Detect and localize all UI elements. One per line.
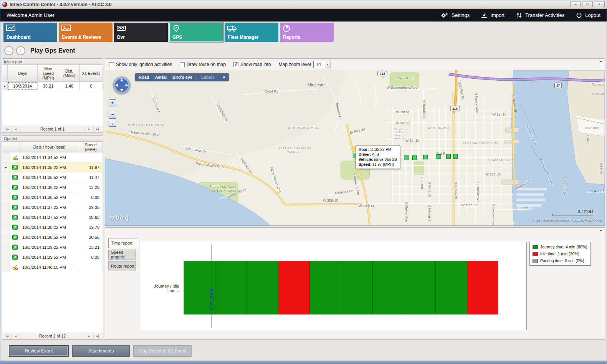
first-record-button[interactable]: |◂ <box>3 126 12 132</box>
minimize-button[interactable]: – <box>570 2 581 7</box>
column-header-icon[interactable] <box>2 142 20 152</box>
gps-row[interactable]: ▸10/3/2014 11:35:22 PM11.97 <box>2 162 103 172</box>
map-street-label: SAN PEDRO <box>428 126 450 129</box>
gps-marker-green[interactable] <box>423 155 428 159</box>
gps-row[interactable]: 10/3/2014 11:34:52 PM <box>2 152 103 162</box>
maximize-button[interactable]: □ <box>582 2 593 7</box>
gps-point-icon <box>10 232 20 242</box>
column-header[interactable]: Days <box>8 65 38 82</box>
gps-marker-green[interactable] <box>437 155 441 159</box>
tab-time-report[interactable]: Time report <box>108 238 138 248</box>
tab-fleet[interactable]: Fleet Manager <box>225 23 278 42</box>
map-compass[interactable] <box>113 76 131 94</box>
collapse-map-controls-button[interactable]: ‹ <box>109 121 116 127</box>
tile-label: Fleet Manager <box>228 35 259 40</box>
tooltip-line: Vehicle: idrive Van SB <box>359 157 397 162</box>
map-mode-aerial[interactable]: Aerial <box>155 75 167 79</box>
prev-record-button[interactable]: ◂ <box>12 126 20 132</box>
review-event-button[interactable]: Review Event <box>9 345 69 357</box>
checkbox-box[interactable]: ✓ <box>233 62 238 67</box>
gps-row[interactable]: 10/3/2014 11:37:52 PM18.63 <box>2 212 103 222</box>
map-street-label: SAN PEDRO HILL <box>288 126 319 129</box>
gps-marker-green[interactable] <box>453 154 458 159</box>
legend-item: Journey time: 4 min (80%) <box>533 245 588 249</box>
column-header[interactable]: X1 Events <box>80 65 103 82</box>
gps-row[interactable]: 10/3/2014 11:39:22 PM33.21 <box>2 242 103 252</box>
close-button[interactable]: × <box>594 2 605 7</box>
last-record-button[interactable]: ▸| <box>94 333 102 339</box>
collapse-panel-button[interactable] <box>599 60 603 64</box>
map-street-label: BNSF-Bsrd <box>585 126 599 129</box>
content: Info report DaysMax speed (MPH)Dist. (Mi… <box>0 58 607 340</box>
tab-speed-graphic[interactable]: Speed graphic <box>108 250 136 260</box>
gps-row[interactable]: 10/3/2014 11:39:52 PM0.00 <box>2 252 103 262</box>
column-header-speed[interactable]: Speed (MPH) <box>79 142 103 152</box>
map-zoom-select[interactable]: 14 ▾ <box>313 61 331 68</box>
map-street-label: S Meyler St <box>428 205 432 223</box>
map-street-label: N Bandini St <box>422 100 426 119</box>
checkbox-show-map-info[interactable]: ✓Show map info <box>233 62 271 67</box>
transfer-activities-button[interactable]: Transfer Activities <box>516 12 564 18</box>
info-cell-dist: 1.40 <box>59 82 80 90</box>
legend-item: Idle time: 1 min (20%) <box>533 251 588 256</box>
welcome-text: Welcome Admin User <box>7 12 55 18</box>
map-street-label: W Summerland Ave <box>387 86 417 89</box>
collapse-modebar-button[interactable]: « <box>223 74 225 80</box>
tab-gps[interactable]: GPS <box>169 23 223 42</box>
tab-reports[interactable]: Reports <box>280 23 334 42</box>
map-viewport[interactable]: MiralestePeck ParkW Summerland AveCrest … <box>105 70 605 225</box>
collapse-panel-button[interactable] <box>599 229 603 233</box>
next-record-button[interactable]: ▸ <box>85 333 94 339</box>
column-header[interactable]: Dist. (Miles) <box>59 65 80 82</box>
bing-map[interactable]: MiralestePeck ParkW Summerland AveCrest … <box>105 70 605 225</box>
map-mode-bird-s-eye[interactable]: Bird's eye <box>172 75 192 79</box>
gps-marker-green[interactable] <box>412 156 417 160</box>
gps-marker-green[interactable] <box>446 154 450 159</box>
checkbox-box[interactable] <box>109 62 114 67</box>
tab-dashboard[interactable]: Dashboard <box>3 23 57 42</box>
row-marker <box>2 262 10 272</box>
logout-button[interactable]: Logout <box>576 12 600 18</box>
import-button[interactable]: Import <box>481 12 504 18</box>
attachments-button[interactable]: Attachments <box>72 345 130 357</box>
column-header[interactable]: Max speed (MPH) <box>38 65 59 82</box>
gps-row[interactable]: 10/3/2014 11:36:22 PM13.28 <box>2 182 103 192</box>
last-record-button[interactable]: ▸| <box>94 126 102 132</box>
checkbox-box[interactable] <box>180 62 185 67</box>
column-header-datetime[interactable]: Date / hour (local) <box>20 142 79 152</box>
dvr-icon <box>117 25 126 34</box>
info-row[interactable]: ▸10/3/201433.211.400 <box>2 82 103 90</box>
gps-row[interactable]: 10/3/2014 11:38:52 PM30.55 <box>2 232 103 242</box>
tab-dvr[interactable]: Dvr <box>114 23 168 42</box>
tab-route-report[interactable]: Route report <box>108 261 136 271</box>
panel-title: Gps list <box>2 136 103 142</box>
gps-row[interactable]: 10/3/2014 11:40:15 PM <box>2 262 103 272</box>
prev-record-button[interactable]: ◂ <box>12 333 20 339</box>
next-record-button[interactable]: ▸ <box>85 126 94 132</box>
gps-row[interactable]: 10/3/2014 11:37:22 PM29.05 <box>2 202 103 212</box>
down-button[interactable]: ↓ <box>16 46 25 55</box>
gps-row[interactable]: 10/3/2014 11:38:22 PM19.70 <box>2 222 103 232</box>
map-mode-labels[interactable]: Labels <box>201 75 215 79</box>
row-marker <box>2 242 10 252</box>
map-street-label: W 25th St <box>323 199 338 202</box>
row-marker: ▸ <box>2 162 10 172</box>
first-record-button[interactable]: |◂ <box>3 333 12 339</box>
back-button[interactable]: ← <box>4 46 13 55</box>
gps-marker-green[interactable] <box>405 156 409 160</box>
map-street-label: W 3rd St <box>396 121 410 125</box>
zoom-in-button[interactable]: + <box>109 99 116 107</box>
gps-row[interactable]: 10/3/2014 11:35:52 PM11.47 <box>2 172 103 182</box>
checkbox-draw-route-on-map[interactable]: Draw route on map <box>180 62 226 67</box>
gps-row[interactable]: 10/3/2014 11:36:52 PM0.00 <box>2 192 103 202</box>
tab-events[interactable]: Events & Reviews <box>59 23 112 42</box>
checkbox-show-only-ignition-activities[interactable]: Show only ignition activities <box>109 62 172 67</box>
gps-speed: 19.70 <box>79 222 103 232</box>
zoom-out-button[interactable]: − <box>109 111 116 119</box>
legend-swatch <box>533 259 538 263</box>
gps-list-panel: Gps list Date / hour (local)Speed (MPH)1… <box>2 135 103 340</box>
settings-button[interactable]: Settings <box>441 12 470 18</box>
map-mode-road[interactable]: Road <box>139 75 149 79</box>
topbar: Welcome Admin User SettingsImportTransfe… <box>0 9 607 22</box>
info-record-navigator: |◂ ◂ Record 1 of 1 ▸ ▸| <box>2 125 103 132</box>
